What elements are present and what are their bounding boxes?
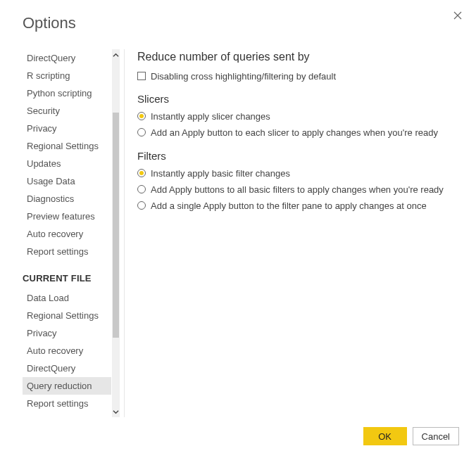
main-heading: Reduce number of queries sent by [137, 51, 459, 63]
chevron-up-icon [113, 52, 119, 58]
radio-label: Instantly apply slicer changes [151, 110, 270, 123]
sidebar-item[interactable]: Privacy [23, 120, 111, 137]
radio-icon [137, 128, 146, 136]
sidebar-item[interactable]: R scripting [23, 67, 111, 84]
scroll-down-button[interactable] [112, 406, 120, 417]
chevron-down-icon [113, 409, 119, 415]
close-icon [453, 11, 462, 20]
sidebar-item[interactable]: DirectQuery [23, 360, 111, 377]
sidebar-item[interactable]: Report settings [23, 395, 111, 412]
slicer-radio-group: Instantly apply slicer changesAdd an App… [137, 110, 459, 139]
sidebar-item[interactable]: Updates [23, 155, 111, 172]
sidebar-item[interactable]: Regional Settings [23, 137, 111, 155]
radio-label: Instantly apply basic filter changes [151, 167, 290, 180]
dialog-footer: OK Cancel [23, 417, 459, 445]
sidebar-item[interactable]: Preview features [23, 208, 111, 225]
sidebar-item[interactable]: Usage Data [23, 172, 111, 190]
main-panel: Reduce number of queries sent by Disabli… [137, 49, 459, 417]
scroll-up-button[interactable] [112, 49, 120, 61]
sidebar-section-header: CURRENT FILE [23, 260, 111, 289]
sidebar-list: DirectQueryR scriptingPython scriptingSe… [23, 49, 111, 417]
slicer-option[interactable]: Add an Apply button to each slicer to ap… [137, 127, 459, 139]
radio-label: Add a single Apply button to the filter … [151, 200, 427, 212]
radio-icon [137, 169, 146, 177]
filter-option[interactable]: Add a single Apply button to the filter … [137, 200, 459, 212]
scrollbar-thumb[interactable] [113, 113, 119, 338]
radio-label: Add an Apply button to each slicer to ap… [151, 127, 438, 139]
filter-option[interactable]: Instantly apply basic filter changes [137, 167, 459, 180]
scrollbar-track[interactable] [112, 49, 120, 417]
radio-icon [137, 201, 146, 210]
sidebar-item[interactable]: Report settings [23, 243, 111, 260]
sidebar-item[interactable]: Auto recovery [23, 225, 111, 243]
sidebar-item[interactable]: DirectQuery [23, 49, 111, 67]
close-button[interactable] [451, 8, 465, 23]
filters-heading: Filters [137, 150, 459, 162]
cancel-button[interactable]: Cancel [413, 427, 459, 445]
sidebar-item[interactable]: Data Load [23, 289, 111, 307]
checkbox-disable-crosshighlight[interactable]: Disabling cross highlighting/filtering b… [137, 70, 459, 83]
filter-radio-group: Instantly apply basic filter changesAdd … [137, 167, 459, 213]
radio-icon [137, 112, 146, 120]
sidebar-item[interactable]: Security [23, 102, 111, 120]
sidebar-item[interactable]: Diagnostics [23, 190, 111, 208]
sidebar-item[interactable]: Privacy [23, 324, 111, 342]
dialog-title: Options [23, 14, 459, 32]
radio-icon [137, 185, 146, 193]
slicers-heading: Slicers [137, 93, 459, 105]
sidebar-item[interactable]: Auto recovery [23, 342, 111, 360]
sidebar-item[interactable]: Python scripting [23, 84, 111, 102]
sidebar: DirectQueryR scriptingPython scriptingSe… [23, 49, 120, 417]
checkbox-label: Disabling cross highlighting/filtering b… [151, 70, 336, 83]
vertical-divider [124, 49, 125, 417]
content-row: DirectQueryR scriptingPython scriptingSe… [23, 49, 459, 417]
radio-label: Add Apply buttons to all basic filters t… [151, 184, 444, 196]
sidebar-item[interactable]: Query reduction [23, 377, 111, 395]
slicer-option[interactable]: Instantly apply slicer changes [137, 110, 459, 123]
options-dialog: Options DirectQueryR scriptingPython scr… [0, 0, 476, 458]
checkbox-icon [137, 72, 146, 80]
filter-option[interactable]: Add Apply buttons to all basic filters t… [137, 184, 459, 196]
ok-button[interactable]: OK [363, 427, 407, 445]
sidebar-item[interactable]: Regional Settings [23, 307, 111, 324]
